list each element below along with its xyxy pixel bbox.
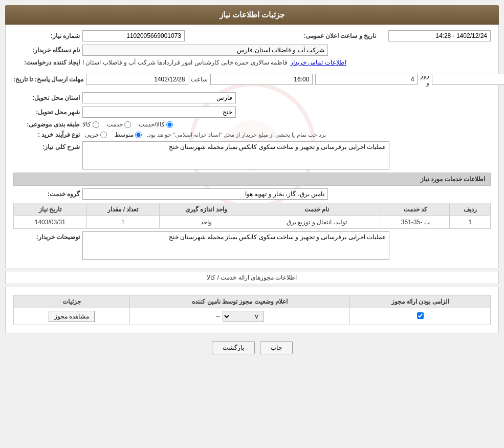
category-both-label[interactable]: کالا/خدمت xyxy=(139,121,173,128)
category-both-text: کالا/خدمت xyxy=(139,121,165,128)
table-col3: نام خدمت xyxy=(253,203,381,216)
purchase-motawaset-label[interactable]: متوسط xyxy=(115,131,142,138)
show-license-button[interactable]: مشاهده مجوز xyxy=(49,311,95,322)
response-time-input[interactable] xyxy=(210,74,313,85)
days-label: روز و xyxy=(420,72,429,87)
table-row: 1 ت -35-351 تولید، انتقال و توزیع برق وا… xyxy=(14,216,491,229)
category-radio-group: کالا خدمت کالا/خدمت xyxy=(82,121,173,128)
need-number-input[interactable] xyxy=(82,30,185,41)
table-col4: واحد اندازه گیری xyxy=(160,203,253,216)
announce-datetime-label: تاریخ و ساعت اعلان عمومی: xyxy=(294,32,386,39)
need-desc-textarea[interactable]: عملیات اجرایی برقرسانی و تجهیز و ساخت سک… xyxy=(82,141,389,169)
announce-datetime-input[interactable] xyxy=(388,30,491,41)
row-number: 1 xyxy=(450,216,491,229)
city-input[interactable] xyxy=(82,106,236,118)
buyer-org-row: نام دستگاه خریدار: xyxy=(13,45,491,56)
services-section-header: اطلاعات خدمات مورد نیاز xyxy=(13,173,491,186)
category-khedmat-text: خدمت xyxy=(107,121,123,128)
category-both-radio[interactable] xyxy=(166,121,173,128)
need-desc-row: شرح کلی نیاز: عملیات اجرایی برقرسانی و ت… xyxy=(13,141,491,169)
row-date: 1403/03/31 xyxy=(14,216,87,229)
category-row: طبقه بندی موضوعی: کالا خدمت کالا/خدمت xyxy=(13,121,491,128)
time-label: ساعت xyxy=(191,76,208,83)
buyer-org-label: نام دستگاه خریدار: xyxy=(13,47,80,54)
province-row: استان محل تحویل: xyxy=(13,92,491,103)
table-col6: تاریخ نیاز xyxy=(14,203,87,216)
buyer-org-value xyxy=(82,45,491,56)
form-content: شماره نیاز: تاریخ و ساعت اعلان عمومی: نا… xyxy=(13,30,491,260)
response-deadline-label: مهلت ارسال پاسخ: تا تاریخ: xyxy=(13,76,83,83)
buyer-desc-row: توضیحات خریدار: عملیات اجرایی برقرسانی و… xyxy=(13,231,491,260)
license-status-value: -- xyxy=(216,313,220,320)
purchase-motawaset-radio[interactable] xyxy=(135,132,142,138)
response-days-input[interactable] xyxy=(315,74,418,85)
row-quantity: 1 xyxy=(86,216,159,229)
service-group-label: گروه خدمت: xyxy=(13,190,80,198)
license-col1: الزامی بودن ارائه مجوز xyxy=(350,295,491,308)
province-input[interactable] xyxy=(82,92,236,103)
need-number-row: شماره نیاز: تاریخ و ساعت اعلان عمومی: xyxy=(13,30,491,41)
response-date-input[interactable] xyxy=(86,74,188,85)
category-kala-label[interactable]: کالا xyxy=(82,121,99,128)
license-details-cell: مشاهده مجوز xyxy=(14,308,130,325)
license-row: -- ∨ مشاهده مجوز xyxy=(14,308,491,325)
response-deadline-row: مهلت ارسال پاسخ: تا تاریخ: ساعت روز و سا… xyxy=(13,69,491,89)
purchase-motawaset-text: متوسط xyxy=(115,131,134,138)
buyer-org-input[interactable] xyxy=(82,45,328,56)
page-title: جزئیات اطلاعات نیاز xyxy=(5,5,499,25)
need-number-label: شماره نیاز: xyxy=(13,32,80,39)
buyer-desc-label: توضیحات خریدار: xyxy=(13,233,80,241)
license-section-header: اطلاعات مجوزهای ارائه خدمت / کالا xyxy=(5,271,499,284)
row-name: تولید، انتقال و توزیع برق xyxy=(253,216,381,229)
category-kala-text: کالا xyxy=(82,121,91,128)
license-required-checkbox[interactable] xyxy=(417,312,424,319)
category-value: کالا خدمت کالا/خدمت xyxy=(82,121,491,128)
creator-row: ایجاد کننده درخواست: فاطمه سالاری حمزه خ… xyxy=(13,59,491,66)
license-col2: اعلام وضعیت مجوز توسط نامین کننده xyxy=(129,295,349,308)
category-kala-radio[interactable] xyxy=(93,121,99,128)
service-group-row: گروه خدمت: xyxy=(13,188,491,200)
city-value xyxy=(82,106,491,118)
need-number-value xyxy=(82,30,291,41)
purchase-type-options: جزیی متوسط xyxy=(85,131,142,138)
purchase-jozi-radio[interactable] xyxy=(100,132,107,138)
license-status-cell: -- ∨ xyxy=(129,308,349,325)
need-desc-label: شرح کلی نیاز: xyxy=(13,143,80,151)
buyer-desc-value: عملیات اجرایی برقرسانی و تجهیز و ساخت سک… xyxy=(82,231,491,260)
print-button[interactable]: چاپ xyxy=(260,341,293,354)
province-label: استان محل تحویل: xyxy=(13,94,80,101)
remaining-time-input[interactable] xyxy=(432,74,504,85)
license-col3: جزئیات xyxy=(14,295,130,308)
purchase-jozi-text: جزیی xyxy=(85,131,99,138)
main-card: anatolender.net شماره نیاز: تاریخ و ساعت… xyxy=(5,25,499,268)
license-card: الزامی بودن ارائه مجوز اعلام وضعیت مجوز … xyxy=(5,287,499,333)
service-group-input[interactable] xyxy=(82,188,328,200)
creator-text: فاطمه سالاری حمزه خانی کارشناس امور قرار… xyxy=(82,59,288,66)
purchase-type-label: نوع فرآیند خرید : xyxy=(13,131,80,138)
buyer-desc-textarea[interactable]: عملیات اجرایی برقرسانی و تجهیز و ساخت سک… xyxy=(82,231,389,260)
purchase-notice: پرداخت تمام یا بخشی از مبلغ خریدار از مح… xyxy=(147,132,326,138)
city-label: شهر محل تحویل: xyxy=(13,109,80,116)
table-col1: ردیف xyxy=(450,203,491,216)
license-status-select[interactable]: ∨ xyxy=(223,311,264,322)
category-khedmat-radio[interactable] xyxy=(124,121,131,128)
purchase-type-radio-group: جزیی متوسط xyxy=(85,131,142,138)
row-code: ت -35-351 xyxy=(381,216,450,229)
purchase-jozi-label[interactable]: جزیی xyxy=(85,131,107,138)
creator-label: ایجاد کننده درخواست: xyxy=(13,59,80,66)
city-row: شهر محل تحویل: xyxy=(13,106,491,118)
row-unit: واحد xyxy=(160,216,253,229)
need-desc-value: عملیات اجرایی برقرسانی و تجهیز و ساخت سک… xyxy=(82,141,491,169)
page-container: جزئیات اطلاعات نیاز anatolender.net شمار… xyxy=(0,0,504,367)
table-col2: کد خدمت xyxy=(381,203,450,216)
creator-value: فاطمه سالاری حمزه خانی کارشناس امور قرار… xyxy=(82,59,491,66)
category-label: طبقه بندی موضوعی: xyxy=(13,121,80,128)
button-row: چاپ بازگشت xyxy=(5,341,499,354)
license-section-title: اطلاعات مجوزهای ارائه خدمت / کالا xyxy=(207,274,297,281)
service-group-value xyxy=(82,188,491,200)
license-table: الزامی بودن ارائه مجوز اعلام وضعیت مجوز … xyxy=(13,295,491,325)
services-table: ردیف کد خدمت نام خدمت واحد اندازه گیری ت… xyxy=(13,203,491,229)
creator-contact-link[interactable]: اطلاعات تماس خریدار xyxy=(290,59,346,66)
back-button[interactable]: بازگشت xyxy=(212,341,255,354)
category-khedmat-label[interactable]: خدمت xyxy=(107,121,131,128)
